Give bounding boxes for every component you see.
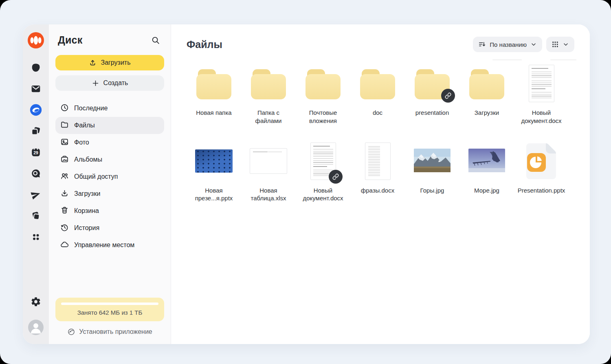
spreadsheet-thumbnail [250,148,287,174]
yandex-id-logo-icon[interactable] [27,32,44,49]
people-icon [60,172,69,182]
link-icon [445,92,451,99]
file-item[interactable]: Горы.jpg [405,141,459,203]
file-item[interactable]: фразы.docx [350,141,405,203]
alice-icon[interactable] [30,61,42,74]
sidebar-menu: Последние Файлы Фото Альбомы Общий досту… [55,100,164,254]
file-thumbnail [408,141,457,181]
file-thumbnail [353,64,402,103]
sidebar-item-history[interactable]: История [55,219,164,237]
file-name: Загрузки [475,109,499,117]
link-icon [332,173,339,180]
grid-view-icon [552,41,559,48]
sidebar-item-files[interactable]: Файлы [55,117,164,134]
file-item[interactable]: Почтовые вложения [296,64,350,125]
file-item[interactable]: Новый документ.docx [296,141,350,203]
install-app-label: Установить приложение [79,328,152,335]
file-name: Папка с файлами [244,109,293,125]
folder-icon [358,66,397,101]
sort-button[interactable]: По названию [473,37,542,52]
pptx-file-icon [525,143,557,180]
file-item[interactable]: doc [350,64,405,125]
file-thumbnail [189,141,238,181]
folder-icon [249,66,288,101]
file-item[interactable]: presentation [405,64,459,125]
file-item[interactable]: Загрузки [459,64,514,125]
file-thumbnail [244,64,293,103]
clock-icon [60,103,69,114]
all-apps-icon[interactable] [30,231,42,243]
disk-outline-icon [67,328,75,336]
plus-icon [92,79,99,87]
file-name: фразы.docx [361,186,394,195]
storage-text: Занято 642 МБ из 1 ТБ [61,309,158,316]
calendar-icon[interactable]: 29 [30,146,42,158]
file-name: Новый документ.docx [516,109,566,125]
upload-button[interactable]: Загрузить [55,55,164,70]
file-item[interactable]: Новая презе...я.pptx [187,141,241,203]
dropdown-shadow [492,59,522,60]
file-thumbnail [462,64,511,103]
upload-icon [89,59,97,67]
chevron-down-icon [563,41,569,48]
install-app-link[interactable]: Установить приложение [55,328,164,336]
file-item[interactable]: Новый документ.docx [514,64,569,125]
sidebar-title: Диск [58,34,82,46]
yandex-disk-window: 29 Диск [23,24,590,344]
sidebar-item-recent[interactable]: Последние [55,100,164,117]
send-icon[interactable] [30,189,42,201]
disk-icon-active[interactable] [30,104,42,116]
file-name: Новый документ.docx [298,186,348,203]
sidebar-item-downloads[interactable]: Загрузки [55,185,164,202]
sidebar-item-label: Альбомы [74,156,102,163]
file-item[interactable]: Presentation.pptx [514,141,569,203]
sidebar-item-trash[interactable]: Корзина [55,202,164,219]
sidebar-item-label: Загрузки [74,190,100,197]
folder-icon [60,121,69,131]
file-item[interactable]: Новая таблица.xlsx [241,141,296,203]
file-name: presentation [415,109,449,117]
storage-widget[interactable]: Занято 642 МБ из 1 ТБ [55,298,164,321]
dropdown-shadow [550,59,576,60]
shared-link-badge[interactable] [329,170,343,184]
file-name: Горы.jpg [420,186,444,195]
notes-icon[interactable] [30,210,42,222]
file-thumbnail [517,141,566,181]
view-mode-button[interactable] [546,37,574,52]
file-item[interactable]: Новая папка [187,64,241,125]
messenger-icon[interactable] [30,167,42,180]
trash-icon [60,206,69,216]
sidebar-item-photos[interactable]: Фото [55,134,164,151]
file-name: Новая таблица.xlsx [244,186,293,203]
folder-icon [195,66,233,101]
sidebar-item-label: История [74,224,99,232]
sidebar-item-shared[interactable]: Общий доступ [55,168,164,185]
settings-gear-icon[interactable] [30,296,42,308]
document-thumbnail [365,143,391,180]
create-button[interactable]: Создать [55,75,164,91]
search-icon[interactable] [150,35,161,46]
file-thumbnail [299,64,347,103]
shared-link-badge[interactable] [441,89,455,103]
presentation-slide-thumbnail [195,149,233,173]
sidebar-item-label: Файлы [74,122,95,129]
file-name: Новая папка [196,109,231,117]
file-thumbnail [353,141,402,181]
user-avatar[interactable] [28,320,44,335]
file-thumbnail [517,64,566,103]
file-thumbnail [299,141,347,181]
page-title: Файлы [187,39,473,50]
files-content: Файлы По названию Новая папка Папка с фа… [171,24,590,344]
file-thumbnail [462,141,511,181]
document-thumbnail [529,65,554,102]
sidebar-item-space[interactable]: Управление местом [55,237,164,254]
file-item[interactable]: Папка с файлами [241,64,296,125]
file-item[interactable]: Море.jpg [459,141,514,203]
file-thumbnail [244,141,293,181]
sidebar-item-albums[interactable]: Альбомы [55,151,164,168]
photo-thumbnail [468,149,505,174]
upload-button-label: Загрузить [101,59,130,66]
mail-icon[interactable] [30,83,42,95]
chevron-down-icon [530,41,537,48]
documents-icon[interactable] [30,125,42,137]
